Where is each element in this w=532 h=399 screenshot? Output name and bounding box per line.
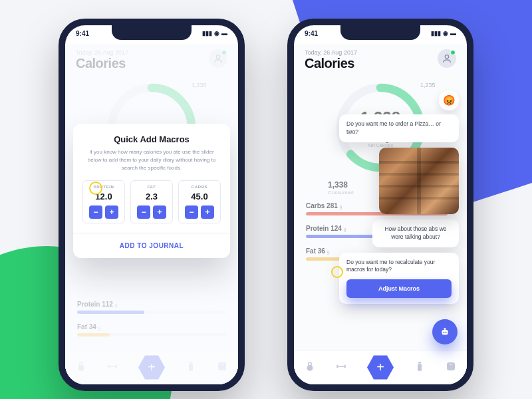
macro-value: 2.3 bbox=[135, 192, 168, 201]
highlight-circle bbox=[331, 266, 343, 278]
chat-image-abs bbox=[379, 148, 459, 214]
svg-point-14 bbox=[443, 332, 444, 333]
status-time: 9:41 bbox=[76, 30, 89, 37]
avatar[interactable] bbox=[438, 49, 456, 68]
tab-add-button[interactable]: + bbox=[367, 354, 394, 381]
status-icons: ▮▮▮ ◉ ▬ bbox=[431, 30, 456, 37]
macro-label: FAT bbox=[135, 185, 168, 189]
adjust-macros-button[interactable]: Adjust Macros bbox=[346, 279, 452, 298]
assistant-fab[interactable] bbox=[432, 319, 458, 344]
svg-point-10 bbox=[445, 55, 448, 59]
macro-value: 45.0 bbox=[183, 192, 216, 201]
svg-rect-23 bbox=[447, 362, 455, 370]
battery-icon: ▬ bbox=[450, 30, 456, 37]
page-title: Calories bbox=[305, 56, 357, 71]
tab-bottle-icon[interactable] bbox=[414, 360, 426, 375]
modal-title: Quick Add Macros bbox=[82, 134, 221, 144]
highlight-circle bbox=[89, 182, 102, 195]
macro-carbs: CARBS 45.0 − + bbox=[178, 180, 221, 223]
protein-minus-button[interactable]: − bbox=[89, 205, 102, 219]
ring-value-label: 1,235 bbox=[420, 82, 436, 88]
tab-dumbbell-icon[interactable] bbox=[335, 360, 347, 375]
svg-rect-19 bbox=[344, 364, 346, 368]
wifi-icon: ◉ bbox=[214, 30, 219, 37]
svg-rect-22 bbox=[418, 364, 422, 371]
status-time: 9:41 bbox=[305, 30, 318, 37]
carbs-plus-button[interactable]: + bbox=[201, 205, 214, 219]
tab-kettlebell-icon[interactable] bbox=[304, 360, 316, 375]
svg-rect-16 bbox=[444, 328, 446, 330]
svg-point-17 bbox=[307, 364, 313, 370]
chat-message-2: How about those abs we were talking abou… bbox=[372, 219, 459, 247]
macro-fat: FAT 2.3 − + bbox=[130, 180, 173, 223]
carbs-minus-button[interactable]: − bbox=[185, 205, 198, 219]
emoji-angry-icon: 😡 bbox=[439, 90, 459, 110]
modal-text: If you know how many calories you ate us… bbox=[86, 148, 217, 172]
notch bbox=[112, 25, 192, 40]
fat-minus-button[interactable]: − bbox=[137, 205, 150, 219]
wifi-icon: ◉ bbox=[443, 30, 448, 37]
macro-label: CARBS bbox=[183, 185, 216, 189]
fat-plus-button[interactable]: + bbox=[153, 205, 166, 219]
phone-right: 9:41 ▮▮▮ ◉ ▬ Today, 26 Aug 2017 Calories bbox=[287, 19, 473, 391]
svg-rect-18 bbox=[337, 364, 338, 368]
chat-message-1: Do you want me to order a Pizza… or two? bbox=[339, 114, 459, 142]
chat-message-3: Do you want me to recalculate your macro… bbox=[339, 253, 459, 305]
tabbar: + bbox=[294, 350, 467, 384]
svg-rect-21 bbox=[418, 362, 421, 363]
status-icons: ▮▮▮ ◉ ▬ bbox=[202, 30, 227, 37]
protein-plus-button[interactable]: + bbox=[105, 205, 118, 219]
bar-fill bbox=[306, 257, 342, 261]
header-date: Today, 26 Aug 2017 bbox=[305, 49, 357, 56]
signal-icon: ▮▮▮ bbox=[431, 30, 441, 37]
svg-point-15 bbox=[445, 332, 446, 333]
add-to-journal-button[interactable]: ADD TO JOURNAL bbox=[73, 233, 230, 258]
signal-icon: ▮▮▮ bbox=[202, 30, 212, 37]
assistant-chat: 😡 Do you want me to order a Pizza… or tw… bbox=[339, 90, 459, 309]
battery-icon: ▬ bbox=[221, 30, 227, 37]
notch bbox=[340, 25, 420, 40]
header: Today, 26 Aug 2017 Calories bbox=[294, 44, 467, 74]
svg-rect-20 bbox=[338, 366, 344, 367]
phone-left: 9:41 ▮▮▮ ◉ ▬ Today, 26 Aug 2017 Calories bbox=[59, 19, 245, 391]
tab-scale-icon[interactable] bbox=[445, 360, 457, 375]
svg-rect-13 bbox=[442, 330, 448, 335]
